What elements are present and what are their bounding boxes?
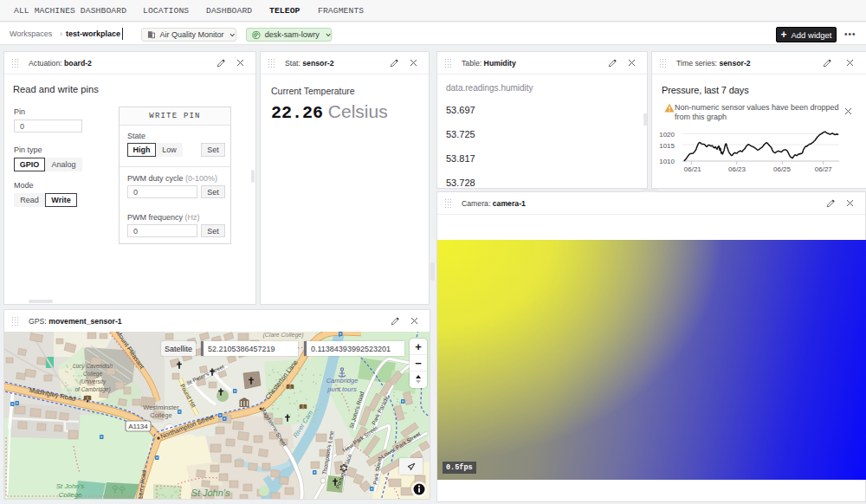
svg-text:06/21: 06/21 [684,165,702,173]
svg-text:Lucy Cavendish: Lucy Cavendish [73,363,113,370]
svg-text:punt tours: punt tours [326,385,357,393]
svg-text:06/27: 06/27 [815,165,833,173]
svg-text:St John's: St John's [56,482,85,490]
svg-text:(University: (University [80,378,107,385]
svg-text:A1134: A1134 [128,423,148,430]
svg-text:Westminster: Westminster [143,404,179,411]
svg-text:College: College [83,371,102,378]
svg-text:1015: 1015 [659,142,675,150]
svg-text:1010: 1010 [659,158,675,165]
svg-text:College: College [150,411,171,419]
svg-text:06/25: 06/25 [773,165,792,173]
svg-text:06/23: 06/23 [728,165,746,173]
svg-text:1020: 1020 [659,131,675,139]
svg-text:(Clare College): (Clare College) [262,332,303,339]
svg-text:Cambridge: Cambridge [326,377,359,384]
svg-text:of Cambridge): of Cambridge) [74,386,110,393]
svg-text:College: College [58,491,82,499]
svg-text:St John's: St John's [191,488,230,498]
